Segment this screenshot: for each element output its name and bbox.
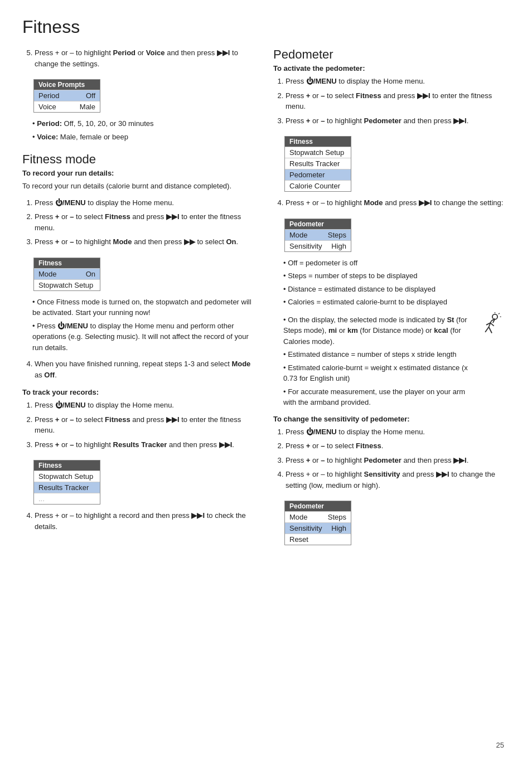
- mode-steps-value2: Steps: [328, 513, 346, 521]
- mode-on-row: Mode On: [34, 268, 100, 279]
- sensitivity-value: High: [331, 242, 346, 250]
- svg-line-7: [485, 327, 489, 332]
- sensitivity-row: Sensitivity High: [285, 240, 351, 251]
- results-tracker-row: Results Tracker: [34, 482, 100, 493]
- period-label: Period: [38, 91, 60, 100]
- note-2: Press ⏻/MENU to display the Home menu an…: [27, 321, 257, 353]
- track-steps: Press ⏻/MENU to display the Home menu. P…: [35, 400, 257, 450]
- sensitivity-steps: Press ⏻/MENU to display the Home menu. P…: [286, 426, 510, 491]
- pedometer-fitness-menu: Fitness Stopwatch Setup Results Tracker …: [284, 136, 351, 192]
- runner-icon: [473, 312, 504, 342]
- fitness-mode-section: Fitness mode To record your run details:…: [22, 152, 257, 380]
- pedometer-row: Pedometer: [285, 169, 351, 180]
- sensitivity-high-value: High: [331, 524, 346, 532]
- reset-row: Reset: [285, 534, 351, 545]
- voice-prompts-menu: Voice Prompts Period Off Voice Male: [33, 79, 100, 113]
- svg-point-0: [492, 314, 497, 319]
- fitness-step-3: Press + or – to highlight Mode and then …: [35, 236, 257, 248]
- fitness-step-1: Press ⏻/MENU to display the Home menu.: [35, 197, 257, 209]
- display-note-1: On the display, the selected mode is ind…: [278, 314, 471, 347]
- activate-step-1: Press ⏻/MENU to display the Home menu.: [286, 76, 510, 87]
- pedometer-mode-menu: Pedometer Mode Steps Sensitivity High: [284, 219, 351, 252]
- period-bullet: Period: Off, 5, 10, 20, or 30 minutes: [27, 118, 257, 129]
- track-subtitle: To track your records:: [22, 388, 257, 396]
- mode-off: Off = pedometer is off: [278, 258, 510, 269]
- activate-step-3: Press + or – to highlight Pedometer and …: [286, 115, 510, 127]
- sensitivity-step-3: Press + or – to highlight Pedometer and …: [286, 455, 510, 466]
- sensitivity-step-2: Press + or – to select Fitness.: [286, 440, 510, 452]
- fitness-step-4: When you have finished running, repeat s…: [35, 358, 257, 380]
- period-value: Off: [86, 91, 95, 100]
- ellipsis-row: ...: [34, 493, 100, 504]
- display-notes-section: On the display, the selected mode is ind…: [273, 314, 510, 408]
- pedometer-sensitivity-menu: Pedometer Mode Steps Sensitivity High Re…: [284, 501, 351, 545]
- mode-value: On: [86, 270, 95, 278]
- voice-row: Voice Male: [34, 101, 100, 112]
- fitness-menu-title: Fitness: [34, 258, 100, 268]
- svg-line-2: [499, 313, 500, 314]
- stopwatch-row2: Stopwatch Setup: [34, 471, 100, 482]
- period-bold: Period: [113, 49, 136, 57]
- activate-subtitle: To activate the pedometer:: [273, 64, 510, 72]
- fwd-icon-1: ▶▶I: [217, 49, 230, 57]
- svg-line-8: [489, 327, 492, 333]
- fitness-mode-menu: Fitness Mode On Stopwatch Setup: [33, 258, 100, 291]
- sensitivity-step-1: Press ⏻/MENU to display the Home menu.: [286, 426, 510, 438]
- results-tracker-menu: Fitness Stopwatch Setup Results Tracker …: [33, 460, 100, 505]
- left-column: Press + or – to highlight Period or Voic…: [22, 47, 257, 551]
- fitness-steps: Press ⏻/MENU to display the Home menu. P…: [35, 197, 257, 248]
- page-title: Fitness: [22, 17, 510, 37]
- stopwatch-row3: Stopwatch Setup: [285, 147, 351, 158]
- mode-label: Mode: [38, 270, 57, 278]
- track-step-3: Press + or – to highlight Results Tracke…: [35, 439, 257, 450]
- activate-step4-list: Press + or – to highlight Mode and press…: [286, 197, 510, 209]
- mode-label2: Mode: [289, 231, 308, 239]
- note-1: Once Fitness mode is turned on, the stop…: [27, 297, 257, 318]
- page-number: 25: [496, 741, 504, 749]
- mode-steps-row: Mode Steps: [285, 229, 351, 240]
- mode-distance: Distance = estimated distance to be disp…: [278, 284, 510, 295]
- track-step-4: Press + or – to highlight a record and t…: [35, 510, 257, 532]
- calorie-counter-row: Calorie Counter: [285, 180, 351, 191]
- mode-bullets: Off = pedometer is off Steps = number of…: [278, 258, 510, 308]
- pedometer-menu-title: Pedometer: [285, 219, 351, 229]
- sensitivity-label: Sensitivity: [289, 242, 322, 250]
- voice-label: Voice: [38, 103, 56, 111]
- fitness-mode-title: Fitness mode: [22, 152, 257, 167]
- mode-steps-value: Steps: [328, 231, 346, 239]
- track-step-1: Press ⏻/MENU to display the Home menu.: [35, 400, 257, 411]
- period-row: Period Off: [34, 90, 100, 101]
- voice-bullets: Period: Off, 5, 10, 20, or 30 minutes Vo…: [27, 118, 257, 142]
- display-note-3: Estimated calorie-burnt = weight x estim…: [278, 362, 471, 384]
- track-step4-list: Press + or – to highlight a record and t…: [35, 510, 257, 532]
- voice-value: Male: [80, 103, 95, 111]
- results-tracker-row2: Results Tracker: [285, 158, 351, 169]
- mode-steps-row2: Mode Steps: [285, 511, 351, 522]
- activate-step-2: Press + or – to select Fitness and press…: [286, 90, 510, 112]
- display-note-4: For accurate measurement, use the player…: [278, 386, 471, 408]
- sensitivity-section: To change the sensitivity of pedometer: …: [273, 415, 510, 551]
- stopwatch-setup-row: Stopwatch Setup: [34, 279, 100, 290]
- fitness-step-2: Press + or – to select Fitness and press…: [35, 211, 257, 233]
- pedometer-title: Pedometer: [273, 47, 510, 62]
- record-desc: To record your run details (calorie burn…: [22, 181, 257, 192]
- sensitivity-step-4: Press + or – to highlight Sensitivity an…: [286, 469, 510, 491]
- mode-calories: Calories = estimated calorie-burnt to be…: [278, 297, 510, 308]
- voice-prompts-title: Voice Prompts: [34, 80, 100, 90]
- record-subtitle: To record your run details:: [22, 169, 257, 177]
- svg-line-10: [490, 323, 494, 326]
- fitness-menu3-title: Fitness: [34, 460, 100, 471]
- fitness-menu4-title: Fitness: [285, 137, 351, 147]
- right-column: Pedometer To activate the pedometer: Pre…: [273, 47, 510, 551]
- activate-step-4: Press + or – to highlight Mode and press…: [286, 197, 510, 209]
- sensitivity-label2: Sensitivity: [289, 524, 322, 532]
- display-note-2: Estimated distance = number of steps x s…: [278, 349, 471, 360]
- fitness-step4-list: When you have finished running, repeat s…: [35, 358, 257, 380]
- intro-steps: Press + or – to highlight Period or Voic…: [35, 47, 257, 69]
- voice-bullet: Voice: Male, female or beep: [27, 132, 257, 143]
- voice-bold: Voice: [146, 49, 165, 57]
- sensitivity-subtitle: To change the sensitivity of pedometer:: [273, 415, 510, 423]
- track-records-section: To track your records: Press ⏻/MENU to d…: [22, 388, 257, 532]
- pedometer-menu2-title: Pedometer: [285, 501, 351, 511]
- fitness-notes: Once Fitness mode is turned on, the stop…: [27, 297, 257, 353]
